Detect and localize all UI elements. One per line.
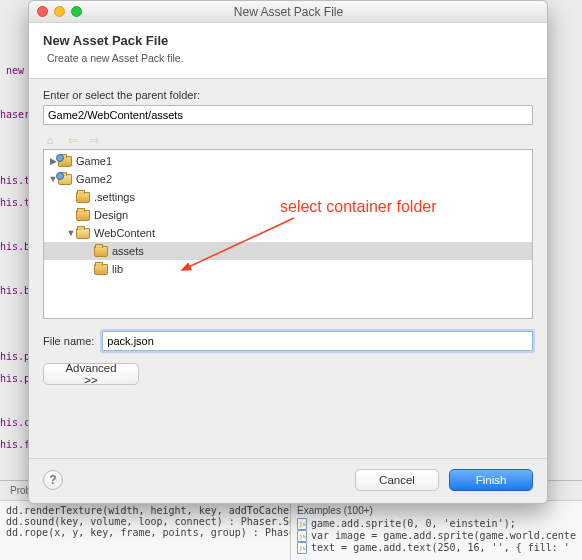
folder-icon xyxy=(94,246,108,257)
examples-header: Examples (100+) xyxy=(297,505,576,516)
project-badge-icon xyxy=(56,172,64,180)
tree-item-design[interactable]: ▶Design xyxy=(44,206,532,224)
parent-folder-input[interactable] xyxy=(43,105,533,125)
tree-item-label: WebContent xyxy=(94,227,155,239)
js-file-icon xyxy=(297,542,307,554)
background-code-gutter: = new Phaser this.t this.t this.b this.b… xyxy=(0,60,28,456)
folder-icon xyxy=(94,264,108,275)
tree-item-label: Design xyxy=(94,209,128,221)
project-badge-icon xyxy=(56,154,64,162)
new-asset-pack-dialog: New Asset Pack File New Asset Pack File … xyxy=(28,0,548,504)
tree-item-label: Game2 xyxy=(76,173,112,185)
tree-item-assets[interactable]: ▶assets xyxy=(44,242,532,260)
dialog-header: New Asset Pack File Create a new Asset P… xyxy=(29,23,547,79)
finish-button[interactable]: Finish xyxy=(449,469,533,491)
example-row[interactable]: text = game.add.text(250, 16, '', { fill… xyxy=(297,542,576,554)
tree-item-label: lib xyxy=(112,263,123,275)
folder-icon xyxy=(76,210,90,221)
home-icon[interactable]: ⌂ xyxy=(43,133,57,147)
tree-item-label: assets xyxy=(112,245,144,257)
autocomplete-row[interactable]: dd.sound(key, volume, loop, connect) : P… xyxy=(6,516,284,527)
tree-toolbar: ⌂ ⇦ ⇨ xyxy=(43,131,533,149)
tree-item-lib[interactable]: ▶lib xyxy=(44,260,532,278)
example-row[interactable]: game.add.sprite(0, 0, 'einstein'); xyxy=(297,518,576,530)
autocomplete-left-panel: dd.renderTexture(width, height, key, add… xyxy=(0,501,291,560)
folder-tree[interactable]: ▶Game1▼Game2▶.settings▶Design▼WebContent… xyxy=(43,149,533,319)
cancel-button[interactable]: Cancel xyxy=(355,469,439,491)
parent-folder-label: Enter or select the parent folder: xyxy=(43,89,533,101)
advanced-button[interactable]: Advanced >> xyxy=(43,363,139,385)
tree-item-label: .settings xyxy=(94,191,135,203)
tree-item-game1[interactable]: ▶Game1 xyxy=(44,152,532,170)
examples-right-panel: Examples (100+) game.add.sprite(0, 0, 'e… xyxy=(291,501,582,560)
folder-icon xyxy=(58,174,72,185)
help-button[interactable]: ? xyxy=(43,470,63,490)
tree-item-label: Game1 xyxy=(76,155,112,167)
example-row[interactable]: var image = game.add.sprite(game.world.c… xyxy=(297,530,576,542)
forward-icon[interactable]: ⇨ xyxy=(87,133,101,147)
js-file-icon xyxy=(297,518,307,530)
tree-item-settings[interactable]: ▶.settings xyxy=(44,188,532,206)
folder-icon xyxy=(58,156,72,167)
chevron-down-icon[interactable]: ▼ xyxy=(66,228,76,238)
folder-icon xyxy=(76,192,90,203)
dialog-subtitle: Create a new Asset Pack file. xyxy=(47,52,533,64)
folder-icon xyxy=(76,228,90,239)
filename-input[interactable] xyxy=(102,331,533,351)
titlebar: New Asset Pack File xyxy=(29,1,547,23)
dialog-heading: New Asset Pack File xyxy=(43,33,533,48)
js-file-icon xyxy=(297,530,307,542)
window-title: New Asset Pack File xyxy=(38,5,539,19)
back-icon[interactable]: ⇦ xyxy=(65,133,79,147)
tree-item-webcontent[interactable]: ▼WebContent xyxy=(44,224,532,242)
tree-item-game2[interactable]: ▼Game2 xyxy=(44,170,532,188)
filename-label: File name: xyxy=(43,335,94,347)
autocomplete-row[interactable]: dd.rope(x, y, key, frame, points, group)… xyxy=(6,527,284,538)
autocomplete-row[interactable]: dd.renderTexture(width, height, key, add… xyxy=(6,505,284,516)
